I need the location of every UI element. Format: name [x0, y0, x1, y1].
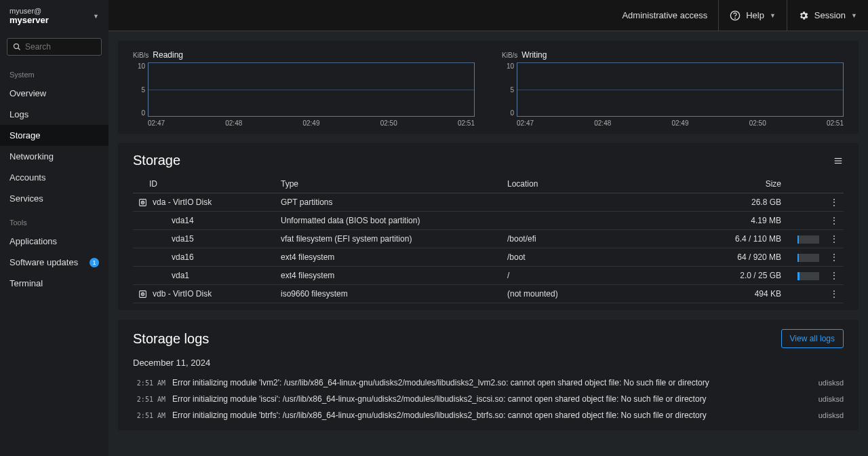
row-menu-button[interactable]: ⋮ [825, 193, 844, 212]
row-id: vda16 [172, 252, 194, 262]
host-user: myuser@ [9, 7, 49, 15]
usage-bar [797, 235, 819, 244]
chart-title: Writing [521, 50, 547, 60]
log-source: udisksd [818, 395, 844, 403]
row-id: vda - VirtIO Disk [153, 197, 212, 207]
admin-access-button[interactable]: Administrative access [611, 0, 718, 31]
admin-access-label: Administrative access [622, 10, 707, 20]
y-tick: 10 [507, 62, 514, 70]
row-type: vfat filesystem (EFI system partition) [275, 230, 502, 248]
table-row[interactable]: vda - VirtIO DiskGPT partitions26.8 GB⋮ [133, 193, 844, 212]
log-time: 2:51 AM [133, 396, 165, 403]
view-all-logs-button[interactable]: View all logs [781, 329, 844, 348]
log-message: Error initializing module 'iscsi': /usr/… [172, 394, 812, 404]
sidebar-item-accounts[interactable]: Accounts [0, 167, 108, 188]
sidebar-item-networking[interactable]: Networking [0, 146, 108, 167]
row-size: 6.4 / 110 MB [678, 230, 787, 248]
chevron-down-icon: ▼ [851, 12, 857, 19]
svg-point-9 [142, 202, 143, 202]
top-header: Administrative access Help ▼ Session ▼ [108, 0, 868, 31]
x-tick: 02:51 [458, 119, 475, 127]
col-location: Location [502, 175, 678, 193]
sidebar-item-storage[interactable]: Storage [0, 125, 108, 146]
table-row[interactable]: vdb - VirtIO Diskiso9660 filesystem(not … [133, 285, 844, 303]
storage-logs-title: Storage logs [133, 331, 209, 347]
x-tick: 02:50 [380, 119, 397, 127]
sidebar-item-applications[interactable]: Applications [0, 231, 108, 252]
svg-point-0 [14, 44, 19, 49]
row-menu-button[interactable]: ⋮ [825, 285, 844, 303]
sidebar-item-label: Storage [9, 130, 41, 140]
search-field[interactable] [7, 38, 102, 56]
help-label: Help [746, 10, 764, 20]
row-id: vda1 [172, 271, 189, 280]
sidebar-item-label: Networking [9, 151, 54, 162]
svg-point-12 [142, 293, 143, 294]
log-time: 2:51 AM [133, 412, 165, 419]
row-type: ext4 filesystem [275, 248, 502, 267]
table-row[interactable]: vda1ext4 filesystem/2.0 / 25 GB⋮ [133, 267, 844, 285]
gear-icon [798, 10, 809, 21]
x-tick: 02:51 [827, 119, 844, 127]
host-switcher[interactable]: myuser@ myserver ▼ [0, 0, 108, 33]
chevron-down-icon: ▼ [93, 13, 99, 20]
table-row[interactable]: vda14Unformatted data (BIOS boot partiti… [133, 212, 844, 230]
log-entry[interactable]: 2:51 AMError initializing module 'btrfs'… [133, 407, 844, 423]
storage-title: Storage [133, 153, 180, 168]
row-id: vda14 [172, 216, 194, 225]
log-date: December 11, 2024 [133, 358, 844, 368]
row-menu-button[interactable]: ⋮ [825, 212, 844, 230]
row-menu-button[interactable]: ⋮ [825, 248, 844, 267]
usage-bar [797, 272, 819, 280]
nav-group-tools: Tools [0, 209, 108, 231]
table-row[interactable]: vda16ext4 filesystem/boot64 / 920 MB⋮ [133, 248, 844, 267]
y-tick: 10 [138, 62, 145, 70]
sidebar-item-logs[interactable]: Logs [0, 104, 108, 125]
row-type: ext4 filesystem [275, 267, 502, 285]
help-icon [730, 10, 741, 21]
sidebar-item-label: Services [9, 193, 43, 204]
row-type: Unformatted data (BIOS boot partition) [275, 212, 502, 230]
col-type: Type [275, 175, 502, 193]
log-entry[interactable]: 2:51 AMError initializing module 'iscsi'… [133, 391, 844, 407]
sidebar: myuser@ myserver ▼ System OverviewLogsSt… [0, 0, 108, 456]
storage-menu-button[interactable] [833, 156, 844, 166]
nav-group-system: System [0, 61, 108, 83]
log-message: Error initializing module 'lvm2': /usr/l… [172, 378, 812, 387]
col-size: Size [678, 175, 787, 193]
search-input[interactable] [25, 42, 96, 52]
storage-card: Storage ID Type Location Size vda - [118, 143, 859, 310]
row-id: vda15 [172, 234, 194, 244]
row-location: /boot/efi [502, 230, 678, 248]
sidebar-item-label: Applications [9, 236, 57, 246]
row-location: (not mounted) [502, 285, 678, 303]
chart-title: Reading [153, 50, 183, 60]
x-tick: 02:48 [225, 119, 242, 127]
row-id: vdb - VirtIO Disk [153, 289, 212, 299]
x-tick: 02:47 [517, 119, 534, 127]
row-menu-button[interactable]: ⋮ [825, 230, 844, 248]
sidebar-item-terminal[interactable]: Terminal [0, 273, 108, 294]
session-menu[interactable]: Session ▼ [787, 0, 868, 31]
help-menu[interactable]: Help ▼ [718, 0, 787, 31]
svg-line-1 [18, 48, 20, 50]
row-location: /boot [502, 248, 678, 267]
log-entry[interactable]: 2:51 AMError initializing module 'lvm2':… [133, 375, 844, 391]
table-row[interactable]: vda15vfat filesystem (EFI system partiti… [133, 230, 844, 248]
x-tick: 02:49 [302, 119, 319, 127]
sidebar-item-label: Accounts [9, 172, 45, 183]
x-tick: 02:50 [749, 119, 766, 127]
sidebar-item-overview[interactable]: Overview [0, 83, 108, 104]
log-source: udisksd [818, 379, 844, 387]
chevron-down-icon: ▼ [770, 12, 776, 19]
disk-icon [138, 198, 147, 207]
writing-chart: KiB/sWriting105002:4702:4802:4902:5002:5… [502, 50, 844, 127]
row-menu-button[interactable]: ⋮ [825, 267, 844, 285]
sidebar-item-services[interactable]: Services [0, 188, 108, 209]
chart-plot [517, 62, 844, 117]
log-message: Error initializing module 'btrfs': /usr/… [172, 411, 812, 420]
disk-icon [138, 290, 147, 299]
svg-point-3 [735, 18, 736, 18]
sidebar-item-software-updates[interactable]: Software updates1 [0, 252, 108, 273]
storage-logs-card: Storage logs View all logs December 11, … [118, 320, 859, 430]
